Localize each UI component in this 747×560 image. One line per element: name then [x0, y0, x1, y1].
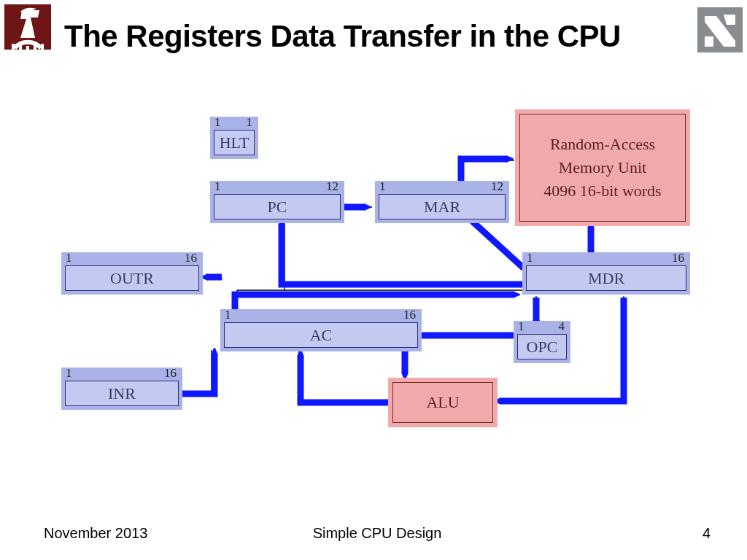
bit-left: 1 [518, 319, 525, 334]
svg-rect-3 [26, 46, 29, 50]
bit-right: 12 [326, 179, 338, 194]
bit-left: 1 [527, 251, 533, 265]
footer-date: November 2013 [44, 525, 147, 542]
svg-rect-5 [41, 44, 44, 50]
svg-rect-1 [12, 44, 15, 50]
register-opc: 1 4 OPC [514, 321, 570, 363]
bit-right: 4 [559, 319, 565, 334]
bit-right: 16 [403, 308, 416, 322]
register-inr: 1 16 INR [61, 368, 182, 410]
register-label: MDR [588, 269, 624, 288]
ram-unit: Random-Access Memory Unit 4096 16-bit wo… [515, 109, 690, 226]
ram-line2: Memory Unit [559, 156, 646, 179]
aleph-logo [697, 7, 743, 52]
footer-page: 4 [703, 525, 711, 542]
register-pc: 1 12 PC [210, 181, 344, 223]
ram-line1: Random-Access [550, 133, 655, 156]
slide-title: The Registers Data Transfer in the CPU [64, 19, 621, 54]
register-label: OPC [527, 338, 558, 357]
register-outr: 1 16 OUTR [61, 252, 203, 295]
register-mar: 1 12 MAR [375, 181, 509, 223]
bit-left: 1 [225, 308, 231, 322]
slide-footer: November 2013 Simple CPU Design 4 [44, 525, 711, 545]
register-label: PC [268, 198, 287, 217]
bit-right: 16 [672, 251, 684, 265]
register-hlt: 1 1 HLT [210, 117, 258, 159]
footer-desc: Simple CPU Design [313, 525, 442, 542]
technion-logo [4, 4, 51, 50]
ram-line3: 4096 16-bit words [543, 179, 661, 203]
bit-left: 1 [379, 179, 386, 194]
register-label: INR [108, 384, 136, 403]
bit-left: 1 [214, 179, 221, 194]
cpu-diagram: 1 1 HLT 1 12 PC 1 12 MAR Random-Access M… [58, 102, 700, 467]
register-mdr: 1 16 MDR [522, 252, 690, 295]
bit-left: 1 [66, 251, 72, 265]
bit-left: 1 [66, 366, 72, 381]
alu-label: ALU [426, 393, 459, 412]
register-ac: 1 16 AC [220, 309, 422, 351]
bit-right: 16 [164, 366, 177, 381]
register-label: HLT [220, 133, 249, 152]
alu-block: ALU [388, 378, 498, 427]
register-label: MAR [424, 198, 460, 217]
register-label: AC [310, 326, 333, 345]
svg-rect-4 [34, 45, 36, 50]
bit-right: 16 [185, 251, 197, 265]
bit-left: 1 [214, 115, 221, 130]
register-label: OUTR [110, 269, 154, 288]
bit-right: 1 [247, 115, 253, 130]
svg-rect-2 [19, 45, 22, 50]
bit-right: 12 [491, 179, 503, 194]
